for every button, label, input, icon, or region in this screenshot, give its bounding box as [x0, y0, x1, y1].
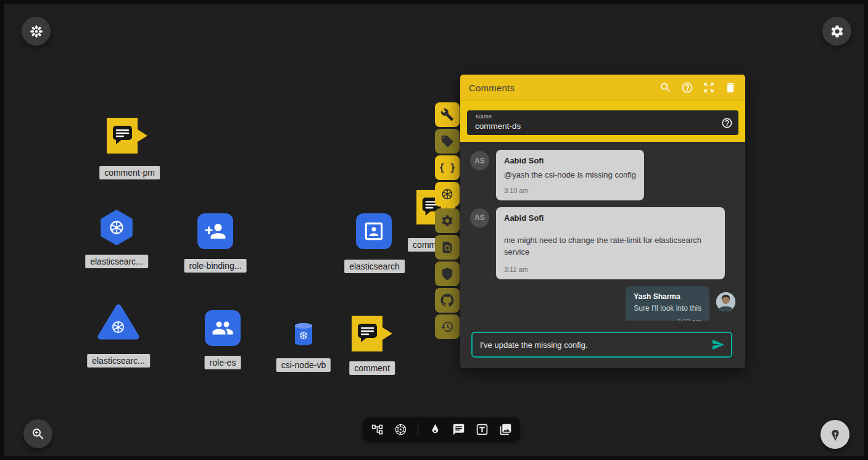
comment-icon	[107, 117, 147, 155]
find-in-page-icon	[440, 240, 454, 254]
history-tool-button[interactable]	[435, 314, 460, 339]
node-role-es[interactable]	[205, 310, 241, 346]
text-icon	[476, 423, 489, 436]
avatar: AS	[470, 151, 489, 170]
toolbar-divider	[418, 423, 418, 437]
node-label: elasticsearc...	[87, 354, 150, 368]
message: Yash Sharma Sure I'll look into this 3:2…	[470, 286, 735, 321]
message: AS Aabid Sofi @yash the csi-node is miss…	[470, 150, 735, 200]
name-field-section: Name	[460, 101, 745, 142]
message-author: Aabid Sofi	[504, 156, 636, 165]
people-icon	[212, 317, 234, 339]
node-comment[interactable]	[352, 314, 392, 355]
tag-tool-button[interactable]	[435, 129, 460, 154]
message-list: AS Aabid Sofi @yash the csi-node is miss…	[460, 142, 745, 321]
braces-tool-button[interactable]: { }	[435, 155, 460, 180]
panel-title: Comments	[469, 83, 659, 93]
github-icon	[440, 294, 454, 307]
message-text: Sure I'll look into this	[634, 303, 701, 314]
gear-icon	[830, 24, 845, 39]
name-field[interactable]: Name	[467, 110, 738, 135]
node-label: comment-pm	[99, 166, 160, 179]
avatar: AS	[470, 208, 489, 228]
message-text: me might need to change the rate-limit f…	[504, 235, 717, 258]
node-label: comment	[349, 361, 395, 375]
kubernetes-icon	[394, 423, 407, 436]
name-input[interactable]	[467, 115, 721, 131]
message-bubble: Yash Sharma Sure I'll look into this 3:2…	[626, 286, 709, 321]
search-button[interactable]	[659, 81, 672, 94]
pen-tool-button[interactable]	[429, 423, 442, 436]
kubernetes-view-button[interactable]	[394, 423, 407, 436]
pen-mode-button[interactable]	[820, 420, 849, 449]
hierarchy-view-button[interactable]	[371, 423, 384, 436]
message: AS Aabid Sofi me might need to change th…	[470, 207, 735, 279]
meshery-wheel-icon	[29, 24, 44, 39]
github-tool-button[interactable]	[435, 288, 460, 313]
meshery-home-button[interactable]	[22, 17, 51, 46]
security-tool-button[interactable]	[435, 261, 460, 286]
hierarchy-icon	[371, 423, 384, 436]
help-icon	[681, 81, 693, 94]
message-author: Yash Sharma	[634, 292, 701, 301]
canvas[interactable]: comment-pm elasticsearc... role-binding.…	[0, 0, 868, 460]
pen-nib-icon	[828, 427, 843, 442]
name-field-label: Name	[476, 113, 492, 120]
message-text: @yash the csi-node is missing config	[504, 170, 636, 181]
person-add-icon	[204, 220, 226, 242]
kubernetes-hexagon-icon	[98, 209, 135, 246]
node-label: role-es	[205, 356, 241, 369]
node-elasticsearch-triangle[interactable]	[97, 303, 139, 343]
storage-cylinder-icon	[294, 322, 313, 346]
expand-icon	[703, 81, 715, 94]
image-icon	[499, 423, 512, 436]
tag-icon	[440, 134, 454, 148]
history-icon	[440, 320, 454, 334]
comment-input[interactable]	[473, 340, 711, 350]
message-time: 3:10 am	[504, 187, 636, 194]
node-elasticsearch-hexagon[interactable]	[98, 209, 135, 248]
wrench-tool-button[interactable]	[435, 102, 460, 127]
node-comment-pm[interactable]	[107, 117, 147, 157]
node-label: role-binding...	[184, 259, 247, 273]
kubernetes-triangle-icon	[97, 303, 139, 341]
message-bubble: Aabid Sofi @yash the csi-node is missing…	[496, 150, 644, 200]
pen-icon	[429, 423, 442, 436]
comment-tool-button[interactable]	[452, 423, 465, 436]
braces-icon: { }	[439, 162, 455, 173]
bottom-toolbar	[363, 417, 520, 442]
send-button[interactable]	[711, 338, 731, 351]
message-bubble: Aabid Sofi me might need to change the r…	[496, 207, 725, 279]
comments-panel: Comments Name AS Aabid Sofi @yash the cs…	[460, 75, 745, 368]
comment-icon	[452, 423, 465, 436]
kubernetes-wheel-icon	[440, 187, 454, 201]
message-author: Aabid Sofi	[504, 213, 717, 223]
text-tool-button[interactable]	[476, 423, 489, 436]
node-elasticsearch-service-account[interactable]	[356, 213, 392, 249]
node-csi-node-vb[interactable]	[294, 322, 313, 348]
delete-button[interactable]	[724, 81, 737, 94]
expand-button[interactable]	[703, 81, 715, 94]
message-time: 3:11 am	[504, 266, 717, 273]
zoom-button[interactable]	[23, 419, 52, 448]
settings-button[interactable]	[822, 17, 851, 46]
name-help-button[interactable]	[721, 117, 733, 129]
comment-input-row	[471, 332, 732, 358]
node-role-binding[interactable]	[197, 213, 233, 249]
help-button[interactable]	[681, 81, 693, 94]
kubernetes-tool-button[interactable]	[435, 182, 460, 207]
help-icon	[721, 117, 733, 129]
zoom-in-icon	[31, 427, 46, 442]
wrench-icon	[440, 108, 454, 121]
node-label: elasticsearc...	[85, 255, 148, 268]
trash-icon	[724, 81, 737, 94]
image-tool-button[interactable]	[499, 423, 512, 436]
message-time: 3:22 am	[634, 318, 701, 321]
config-tool-button[interactable]	[435, 208, 460, 233]
comment-icon	[352, 314, 392, 353]
gear-icon	[440, 214, 454, 228]
node-context-toolbar: { }	[435, 102, 460, 339]
shield-icon	[440, 267, 454, 281]
inspect-tool-button[interactable]	[435, 235, 460, 260]
send-icon	[711, 338, 725, 351]
